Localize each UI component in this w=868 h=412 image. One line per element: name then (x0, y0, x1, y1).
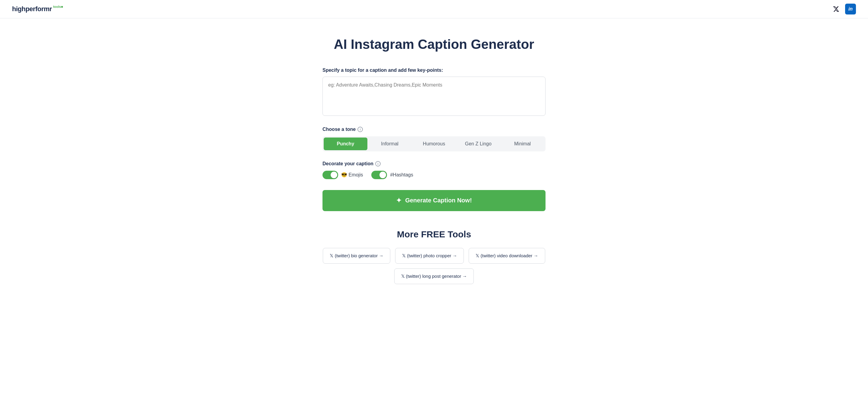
tool-bio-generator[interactable]: 𝕏 (twitter) bio generator → (323, 248, 390, 264)
emojis-toggle-item: 😎 Emojis (322, 171, 363, 179)
generate-button-label: Generate Caption Now! (405, 197, 472, 204)
page-title: AI Instagram Caption Generator (322, 36, 546, 53)
emojis-slider (322, 171, 338, 179)
tool-long-post-generator[interactable]: 𝕏 (twitter) long post generator → (394, 268, 474, 284)
tone-label-row: Choose a tone i (322, 127, 546, 132)
logo-text: highperformr (12, 5, 52, 13)
tool-photo-label: 𝕏 (twitter) photo cropper → (402, 253, 457, 259)
header: highperformr tools■ in (0, 0, 868, 19)
topic-label: Specify a topic for a caption and add fe… (322, 67, 546, 73)
logo-tools-badge: tools■ (53, 5, 63, 8)
hashtags-toggle-item: #Hashtags (371, 171, 413, 179)
decorate-info-icon[interactable]: i (375, 161, 381, 167)
tool-photo-cropper[interactable]: 𝕏 (twitter) photo cropper → (395, 248, 464, 264)
emojis-label: 😎 Emojis (341, 172, 363, 178)
tone-btn-punchy[interactable]: Punchy (324, 138, 367, 150)
emojis-toggle[interactable] (322, 171, 338, 179)
sparkle-icon: ✦ (396, 197, 401, 205)
header-social-icons: in (831, 4, 856, 14)
tool-video-downloader[interactable]: 𝕏 (twitter) video downloader → (469, 248, 545, 264)
logo[interactable]: highperformr tools■ (12, 5, 63, 13)
tools-grid: 𝕏 (twitter) bio generator → 𝕏 (twitter) … (322, 248, 546, 284)
x-twitter-icon[interactable] (831, 4, 841, 14)
tone-label: Choose a tone (322, 127, 355, 132)
tool-video-label: 𝕏 (twitter) video downloader → (475, 253, 538, 259)
toggle-row: 😎 Emojis #Hashtags (322, 171, 546, 179)
tool-bio-label: 𝕏 (twitter) bio generator → (330, 253, 383, 259)
more-tools-title: More FREE Tools (322, 229, 546, 239)
tone-info-icon[interactable]: i (358, 127, 363, 132)
topic-textarea[interactable] (322, 77, 546, 116)
hashtags-toggle[interactable] (371, 171, 387, 179)
topic-section: Specify a topic for a caption and add fe… (322, 67, 546, 127)
hashtags-label: #Hashtags (390, 172, 413, 178)
tone-btn-gen-z[interactable]: Gen Z Lingo (456, 138, 500, 150)
tone-btn-minimal[interactable]: Minimal (501, 138, 544, 150)
tone-btn-informal[interactable]: Informal (368, 138, 412, 150)
more-tools-section: More FREE Tools 𝕏 (twitter) bio generato… (322, 229, 546, 284)
main-content: AI Instagram Caption Generator Specify a… (316, 19, 552, 296)
tone-buttons-group: Punchy Informal Humorous Gen Z Lingo Min… (322, 136, 546, 151)
decorate-section: Decorate your caption i 😎 Emojis #Hashta… (322, 161, 546, 179)
tone-section: Choose a tone i Punchy Informal Humorous… (322, 127, 546, 151)
linkedin-icon[interactable]: in (845, 4, 856, 14)
generate-button[interactable]: ✦ Generate Caption Now! (322, 190, 546, 211)
tool-long-post-label: 𝕏 (twitter) long post generator → (401, 273, 467, 279)
decorate-label-row: Decorate your caption i (322, 161, 546, 167)
decorate-label: Decorate your caption (322, 161, 373, 167)
tone-btn-humorous[interactable]: Humorous (412, 138, 456, 150)
hashtags-slider (371, 171, 387, 179)
